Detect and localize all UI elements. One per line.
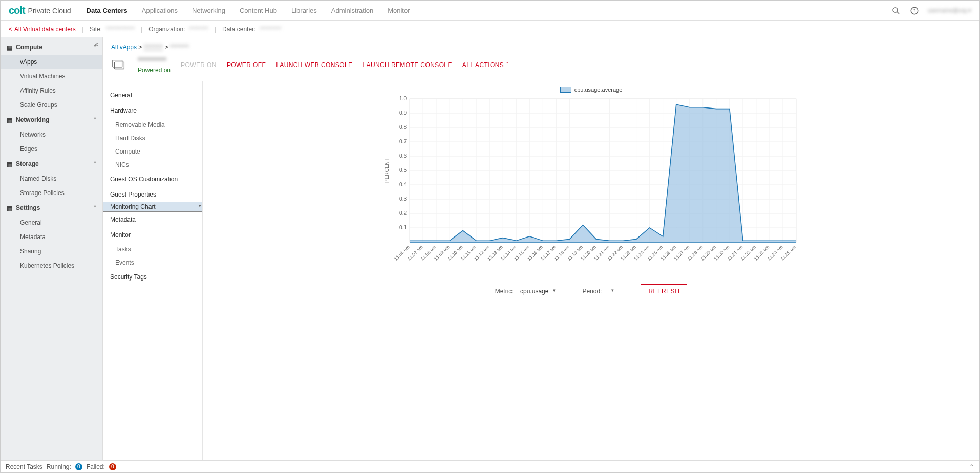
- user-menu[interactable]: username@org ▾: [928, 7, 971, 14]
- svg-text:0.3: 0.3: [399, 196, 407, 202]
- refresh-button[interactable]: REFRESH: [641, 284, 687, 298]
- vm-header: ******** Powered on POWER ONPOWER OFFLAU…: [103, 53, 979, 81]
- vm-status: Powered on: [138, 67, 171, 74]
- svg-rect-5: [113, 60, 122, 67]
- logo: colt: [9, 5, 25, 16]
- nav-networking[interactable]: Networking: [192, 7, 225, 14]
- period-label: Period:: [582, 288, 602, 295]
- metric-label: Metric:: [495, 288, 514, 295]
- subpanel-monitor[interactable]: Monitor: [103, 227, 202, 243]
- context-bar: < All Virtual data centers | Site:******…: [1, 21, 979, 37]
- svg-text:0.4: 0.4: [399, 182, 407, 187]
- sidebar-item-metadata[interactable]: Metadata: [1, 230, 102, 244]
- sidebar-item-storage-policies[interactable]: Storage Policies: [1, 186, 102, 200]
- action-power-off[interactable]: POWER OFF: [227, 61, 266, 69]
- action-launch-web-console[interactable]: LAUNCH WEB CONSOLE: [276, 61, 352, 69]
- breadcrumb-root[interactable]: All vApps: [111, 44, 137, 51]
- action-launch-remote-console[interactable]: LAUNCH REMOTE CONSOLE: [363, 61, 452, 69]
- breadcrumb-leaf: ********: [170, 44, 189, 51]
- product-name: Private Cloud: [28, 7, 71, 15]
- detail-subpanel: GeneralHardwareRemovable MediaHard Disks…: [103, 81, 203, 460]
- site-value: ************: [106, 26, 135, 33]
- legend-label: cpu.usage.average: [574, 87, 623, 93]
- subpanel-metadata[interactable]: Metadata: [103, 212, 202, 227]
- svg-text:0.6: 0.6: [399, 153, 407, 159]
- org-label: Organization:: [148, 26, 185, 33]
- subpanel-guest-properties[interactable]: Guest Properties: [103, 187, 202, 202]
- svg-text:0.1: 0.1: [399, 225, 407, 230]
- svg-text:0.9: 0.9: [399, 110, 407, 116]
- chart-legend: cpu.usage.average: [560, 87, 623, 93]
- sidebar-group-settings[interactable]: ▦Settings˅: [1, 200, 102, 216]
- sidebar-item-sharing[interactable]: Sharing: [1, 244, 102, 259]
- svg-text:0.7: 0.7: [399, 139, 407, 144]
- dc-label: Data center:: [222, 26, 255, 33]
- help-icon[interactable]: ?: [909, 6, 920, 16]
- svg-text:1.0: 1.0: [399, 96, 407, 101]
- svg-text:0.2: 0.2: [399, 210, 407, 216]
- nav-monitor[interactable]: Monitor: [388, 7, 410, 14]
- sidebar-collapse-icon[interactable]: «: [95, 40, 98, 48]
- sidebar-group-networking[interactable]: ▦Networking˅: [1, 112, 102, 127]
- subpanel-security-tags[interactable]: Security Tags: [103, 269, 202, 285]
- subpanel-removable-media[interactable]: Removable Media: [103, 118, 202, 132]
- subpanel-monitoring-chart[interactable]: Monitoring Chart: [103, 202, 202, 212]
- sidebar-item-affinity-rules[interactable]: Affinity Rules: [1, 83, 102, 98]
- footer-expand-icon[interactable]: ⌃: [969, 463, 974, 470]
- vm-icon: [111, 57, 127, 73]
- svg-point-0: [893, 8, 898, 12]
- sidebar-item-general[interactable]: General: [1, 216, 102, 230]
- top-bar: colt Private Cloud Data CentersApplicati…: [1, 1, 979, 21]
- recent-tasks-label[interactable]: Recent Tasks: [6, 463, 42, 470]
- svg-line-1: [897, 12, 899, 14]
- breadcrumb: All vApps > ******** > ********: [103, 37, 979, 53]
- nav-applications[interactable]: Applications: [142, 7, 178, 14]
- failed-count: 0: [109, 463, 116, 470]
- sidebar-group-compute[interactable]: ▦Compute˅: [1, 39, 102, 55]
- footer: Recent Tasks Running: 0 Failed: 0 ⌃: [1, 460, 979, 472]
- failed-label: Failed:: [87, 463, 105, 470]
- dc-value: *********: [260, 26, 281, 33]
- nav-administration[interactable]: Administration: [331, 7, 373, 14]
- legend-swatch: [560, 87, 571, 93]
- sidebar-item-edges[interactable]: Edges: [1, 142, 102, 156]
- action-power-on: POWER ON: [181, 61, 217, 69]
- nav-data-centers[interactable]: Data Centers: [87, 7, 127, 14]
- subpanel-events[interactable]: Events: [103, 256, 202, 269]
- sidebar: « ▦Compute˅vAppsVirtual MachinesAffinity…: [1, 37, 103, 460]
- nav-content-hub[interactable]: Content Hub: [240, 7, 277, 14]
- svg-text:PERCENT: PERCENT: [384, 158, 390, 183]
- sidebar-item-scale-groups[interactable]: Scale Groups: [1, 98, 102, 112]
- svg-text:?: ?: [913, 9, 916, 13]
- primary-nav: Data CentersApplicationsNetworkingConten…: [87, 7, 410, 14]
- period-select[interactable]: [606, 287, 615, 296]
- breadcrumb-mid[interactable]: ********: [144, 44, 163, 51]
- sidebar-item-kubernetes-policies[interactable]: Kubernetes Policies: [1, 259, 102, 273]
- subpanel-nics[interactable]: NICs: [103, 158, 202, 171]
- back-link[interactable]: < All Virtual data centers: [9, 26, 76, 33]
- subpanel-compute[interactable]: Compute: [103, 145, 202, 158]
- sidebar-item-vapps[interactable]: vApps: [1, 55, 102, 69]
- running-label: Running:: [47, 463, 71, 470]
- subpanel-general[interactable]: General: [103, 88, 202, 103]
- action-all-actions[interactable]: ALL ACTIONS ˅: [462, 61, 509, 69]
- subpanel-hardware[interactable]: Hardware: [103, 103, 202, 118]
- sidebar-item-virtual-machines[interactable]: Virtual Machines: [1, 69, 102, 83]
- svg-text:0.8: 0.8: [399, 124, 407, 130]
- cpu-usage-chart: 0.10.20.30.40.50.60.70.80.91.0PERCENT11:…: [381, 94, 801, 278]
- sidebar-item-named-disks[interactable]: Named Disks: [1, 171, 102, 186]
- subpanel-hard-disks[interactable]: Hard Disks: [103, 132, 202, 145]
- metric-select[interactable]: cpu.usage: [519, 287, 557, 296]
- nav-libraries[interactable]: Libraries: [291, 7, 317, 14]
- running-count: 0: [75, 463, 82, 470]
- search-icon[interactable]: [891, 6, 901, 16]
- subpanel-guest-os-customization[interactable]: Guest OS Customization: [103, 171, 202, 187]
- svg-rect-4: [115, 62, 124, 69]
- sidebar-item-networks[interactable]: Networks: [1, 127, 102, 142]
- subpanel-tasks[interactable]: Tasks: [103, 243, 202, 256]
- sidebar-group-storage[interactable]: ▦Storage˅: [1, 156, 102, 171]
- org-value: ********: [189, 26, 208, 33]
- vm-name: ********: [138, 56, 171, 67]
- svg-text:0.5: 0.5: [399, 167, 407, 173]
- site-label: Site:: [90, 26, 102, 33]
